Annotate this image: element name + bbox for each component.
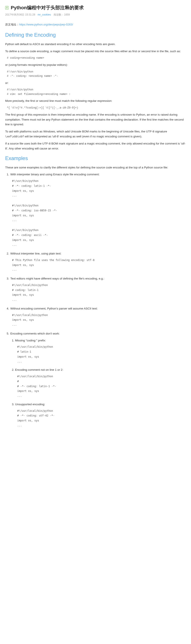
list-item-text: Text editors might have different ways o… bbox=[10, 276, 186, 281]
title-row: 原 Python编程中对于头部注释的要求 bbox=[5, 4, 186, 12]
reads-label: 阅读数： bbox=[54, 13, 64, 16]
code-block: #!/usr/bin/python # vim: set fileencodin… bbox=[7, 88, 186, 96]
paragraph: To define a source code encoding, a magi… bbox=[5, 49, 186, 54]
list-item: Text editors might have different ways o… bbox=[10, 276, 186, 302]
code-block: #!/usr/local/bin/python import os, sys .… bbox=[12, 313, 186, 328]
reads-value: 1659 bbox=[64, 13, 70, 16]
list-item: Unsupported encoding: #!/usr/local/bin/p… bbox=[15, 402, 186, 428]
article-meta: 2017年06月06日 15:31:28 mr_cookies 阅读数：1659 bbox=[5, 13, 186, 17]
publish-date: 2017年06月06日 15:31:28 bbox=[5, 13, 35, 16]
code-block: #!/usr/local/bin/python # coding: latin-… bbox=[12, 283, 186, 302]
article-page: 原 Python编程中对于头部注释的要求 2017年06月06日 15:31:2… bbox=[0, 0, 191, 440]
inline-code: \xef\xbb\xbf bbox=[5, 135, 24, 138]
list-item: Encoding comments which don't work: Miss… bbox=[10, 331, 186, 428]
list-item-text: Encoding comments which don't work: bbox=[10, 331, 186, 336]
examples-list: With interpreter binary and using Emacs … bbox=[10, 172, 186, 428]
read-count: 阅读数：1659 bbox=[54, 13, 70, 16]
paragraph: To aid with platforms such as Windows, w… bbox=[5, 129, 186, 139]
paragraph: or: bbox=[5, 81, 186, 86]
section-heading-examples: Examples bbox=[5, 154, 186, 162]
paragraph: More precisely, the first or second line… bbox=[5, 98, 186, 104]
text-span: To aid with platforms such as Windows, w… bbox=[5, 130, 167, 133]
source-line: 原文地址：https://www.python.org/dev/peps/pep… bbox=[5, 22, 186, 27]
paragraph: or (using formats recognized by popular … bbox=[5, 62, 186, 68]
list-item-text: Without encoding comment, Python's parse… bbox=[10, 306, 186, 311]
code-block: # coding=<encoding name> bbox=[7, 56, 186, 60]
source-url[interactable]: https://www.python.org/dev/peps/pep-0263… bbox=[19, 23, 73, 26]
list-item: Missing "coding:" prefix: #!/usr/local/b… bbox=[15, 338, 186, 364]
code-block: #!/usr/bin/python # -*- coding: latin-1 … bbox=[12, 178, 186, 248]
list-item-text: Without interpreter line, using plain te… bbox=[10, 251, 186, 256]
list-item: With interpreter binary and using Emacs … bbox=[10, 172, 186, 248]
sub-list: Missing "coding:" prefix: #!/usr/local/b… bbox=[15, 338, 186, 428]
code-block: #!/usr/local/bin/python # latin-1 import… bbox=[17, 344, 186, 364]
paragraph: The first group of this expression is th… bbox=[5, 112, 186, 127]
list-item: Without encoding comment, Python's parse… bbox=[10, 306, 186, 328]
list-item: Encoding comment not on line 1 or 2: #!/… bbox=[15, 368, 186, 398]
list-item-text: Encoding comment not on line 1 or 2: bbox=[15, 368, 186, 372]
article-title: Python编程中对于头部注释的要求 bbox=[11, 4, 84, 12]
code-block: #!/usr/bin/python # -*- coding: <encodin… bbox=[7, 70, 186, 78]
text-span: will be interpreted as 'utf-8' encoding … bbox=[24, 135, 142, 138]
code-block: # This Python file uses the following en… bbox=[12, 258, 186, 272]
paragraph: If a source file uses both the UTF-8 BOM… bbox=[5, 141, 186, 151]
section-heading-encoding: Defining the Encoding bbox=[5, 31, 186, 39]
author-link[interactable]: mr_cookies bbox=[38, 13, 51, 16]
code-block: #!/usr/local/bin/python # # -*- coding: … bbox=[17, 374, 186, 398]
code-block: ^[ \t\v]*#.*?coding[:=][ \t]*([-_.a-zA-Z… bbox=[7, 106, 186, 110]
list-item-text: Unsupported encoding: bbox=[15, 402, 186, 407]
original-badge: 原 bbox=[5, 6, 8, 10]
paragraph: These are some examples to clarify the d… bbox=[5, 165, 186, 170]
source-label: 原文地址： bbox=[5, 23, 19, 26]
paragraph: Python will default to ASCII as standard… bbox=[5, 42, 186, 47]
list-item: Without interpreter line, using plain te… bbox=[10, 251, 186, 272]
code-block: #!/usr/local/bin/python # -*- coding: ut… bbox=[17, 408, 186, 428]
list-item-text: With interpreter binary and using Emacs … bbox=[10, 172, 186, 177]
list-item-text: Missing "coding:" prefix: bbox=[15, 338, 186, 343]
